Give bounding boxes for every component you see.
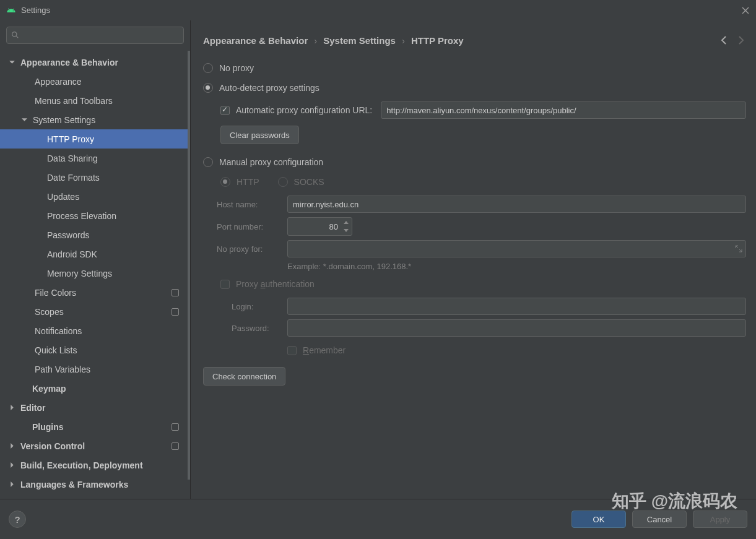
password-row: Password: [232, 319, 746, 337]
sidebar-scrollbar[interactable] [188, 51, 190, 480]
tree-item-label: Menus and Toolbars [35, 96, 190, 106]
tree-item-label: Memory Settings [47, 269, 190, 278]
auto-detect-radio[interactable]: Auto-detect proxy settings [203, 79, 746, 97]
tree-item-languages-frameworks[interactable]: Languages & Frameworks [0, 475, 190, 494]
tree-item-label: Appearance & Behavior [20, 58, 190, 67]
search-input[interactable] [6, 27, 184, 44]
no-proxy-radio[interactable]: No proxy [203, 59, 746, 77]
remember-row[interactable]: Remember [287, 341, 746, 360]
check-connection-button[interactable]: Check connection [203, 367, 285, 386]
socks-radio[interactable]: SOCKS [278, 177, 324, 187]
tree-item-data-sharing[interactable]: Data Sharing [0, 149, 190, 168]
tree-item-label: HTTP Proxy [47, 134, 190, 144]
http-radio[interactable]: HTTP [220, 177, 259, 187]
tree-item-editor[interactable]: Editor [0, 398, 190, 417]
spin-up-icon[interactable] [341, 218, 351, 226]
remember-checkbox [287, 346, 297, 355]
clear-passwords-button[interactable]: Clear passwords [220, 126, 299, 144]
titlebar: Settings [0, 0, 756, 20]
chevron-down-icon [21, 116, 28, 123]
android-icon [6, 6, 16, 15]
proxy-auth-row[interactable]: Proxy authentication [220, 275, 746, 293]
nav-forward-icon[interactable] [735, 35, 746, 46]
breadcrumb-b[interactable]: System Settings [323, 35, 396, 46]
tree-item-process-elevation[interactable]: Process Elevation [0, 206, 190, 225]
chevron-down-icon [9, 59, 15, 66]
tree-item-label: Notifications [35, 326, 190, 336]
tree-item-label: Data Sharing [47, 153, 190, 163]
login-input[interactable] [287, 298, 746, 315]
breadcrumb-a[interactable]: Appearance & Behavior [203, 35, 308, 46]
tree-item-android-sdk[interactable]: Android SDK [0, 244, 190, 264]
settings-tree: Appearance & BehaviorAppearanceMenus and… [0, 50, 190, 499]
proxy-auth-label: Proxy authentication [236, 279, 315, 289]
login-row: Login: [232, 298, 746, 315]
nav-back-icon[interactable] [719, 35, 730, 46]
radio-icon [278, 177, 288, 187]
tree-item-label: Plugins [32, 422, 172, 432]
search-icon [11, 31, 19, 39]
chevron-right-icon [9, 442, 15, 449]
proxy-auth-checkbox [220, 280, 230, 289]
ok-button[interactable]: OK [571, 511, 626, 528]
svg-point-0 [12, 32, 17, 37]
breadcrumb-sep: › [402, 35, 405, 46]
no-proxy-label: No proxy [219, 63, 254, 73]
host-input[interactable] [287, 196, 746, 213]
tree-item-label: Scopes [35, 307, 172, 317]
tree-item-system-settings[interactable]: System Settings [0, 110, 190, 129]
tree-item-updates[interactable]: Updates [0, 187, 190, 206]
tree-item-http-proxy[interactable]: HTTP Proxy [0, 129, 190, 149]
tree-item-label: File Colors [35, 288, 172, 298]
tree-item-label: Quick Lists [35, 345, 190, 355]
tree-item-keymap[interactable]: Keymap [0, 379, 190, 398]
tree-item-menus-and-toolbars[interactable]: Menus and Toolbars [0, 91, 190, 110]
noproxy-input[interactable] [287, 240, 746, 257]
tree-item-label: System Settings [33, 115, 190, 125]
help-button[interactable]: ? [9, 511, 26, 528]
tree-item-version-control[interactable]: Version Control [0, 436, 190, 455]
port-spinner[interactable] [341, 218, 351, 235]
tree-item-appearance[interactable]: Appearance [0, 72, 190, 91]
tree-item-label: Path Variables [35, 364, 190, 374]
project-badge-icon [172, 308, 179, 316]
tree-item-label: Languages & Frameworks [20, 480, 190, 489]
tree-item-label: Process Elevation [47, 211, 190, 221]
proxy-settings: No proxy Auto-detect proxy settings Auto… [203, 51, 746, 499]
tree-item-label: Date Formats [47, 173, 190, 183]
spin-down-icon[interactable] [341, 226, 351, 235]
password-input[interactable] [287, 319, 746, 337]
tree-item-label: Appearance [35, 77, 190, 87]
manual-proxy-radio[interactable]: Manual proxy configuration [203, 153, 746, 171]
tree-item-plugins[interactable]: Plugins [0, 417, 190, 436]
radio-icon [220, 177, 230, 187]
tree-item-memory-settings[interactable]: Memory Settings [0, 264, 190, 283]
close-icon[interactable] [741, 6, 750, 15]
auto-detect-label: Auto-detect proxy settings [219, 83, 319, 93]
auto-url-input[interactable] [381, 101, 746, 119]
project-badge-icon [172, 289, 179, 296]
noproxy-example: Example: *.domain.com, 192.168.* [287, 262, 746, 271]
cancel-button[interactable]: Cancel [632, 511, 687, 528]
tree-item-path-variables[interactable]: Path Variables [0, 360, 190, 379]
project-badge-icon [172, 423, 179, 431]
http-label: HTTP [237, 177, 259, 187]
tree-item-quick-lists[interactable]: Quick Lists [0, 340, 190, 360]
remember-label: Remember [303, 345, 345, 355]
expand-icon[interactable] [735, 245, 742, 252]
apply-button[interactable]: Apply [693, 511, 747, 528]
chevron-right-icon [9, 462, 15, 468]
tree-item-label: Build, Execution, Deployment [20, 460, 190, 470]
tree-item-scopes[interactable]: Scopes [0, 302, 190, 321]
tree-item-date-formats[interactable]: Date Formats [0, 168, 190, 187]
sidebar: Appearance & BehaviorAppearanceMenus and… [0, 20, 191, 499]
tree-item-file-colors[interactable]: File Colors [0, 283, 190, 302]
tree-item-appearance-behavior[interactable]: Appearance & Behavior [0, 53, 190, 72]
tree-item-build-execution-deployment[interactable]: Build, Execution, Deployment [0, 455, 190, 475]
tree-item-passwords[interactable]: Passwords [0, 225, 190, 244]
radio-icon [203, 157, 213, 167]
tree-item-notifications[interactable]: Notifications [0, 321, 190, 340]
tree-item-label: Android SDK [47, 249, 190, 259]
auto-url-checkbox[interactable] [220, 106, 230, 115]
protocol-row: HTTP SOCKS [220, 173, 746, 191]
